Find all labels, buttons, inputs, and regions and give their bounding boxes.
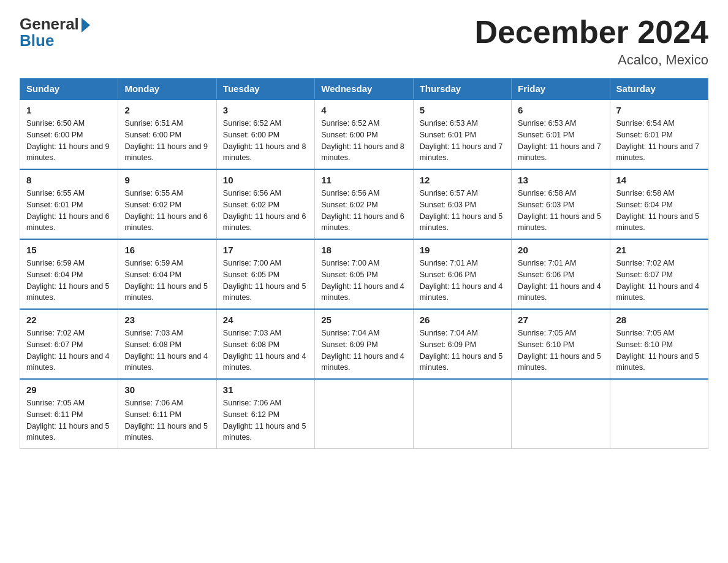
day-info: Sunrise: 6:51 AMSunset: 6:00 PMDaylight:… [124,118,210,164]
calendar-header-friday: Friday [512,79,610,100]
day-number: 24 [223,315,308,325]
day-number: 7 [616,105,702,115]
day-info: Sunrise: 7:02 AMSunset: 6:07 PMDaylight:… [26,327,112,373]
day-info: Sunrise: 6:58 AMSunset: 6:04 PMDaylight:… [616,188,702,234]
calendar-cell: 15Sunrise: 6:59 AMSunset: 6:04 PMDayligh… [20,239,118,309]
calendar-cell: 16Sunrise: 6:59 AMSunset: 6:04 PMDayligh… [118,239,216,309]
title-block: December 2024 Acalco, Mexico [474,15,708,68]
logo-arrow-icon [82,18,90,33]
day-info: Sunrise: 6:55 AMSunset: 6:02 PMDaylight:… [124,188,210,234]
day-number: 14 [616,175,702,185]
day-number: 31 [223,385,308,395]
calendar-header-row: SundayMondayTuesdayWednesdayThursdayFrid… [20,79,708,100]
day-info: Sunrise: 6:53 AMSunset: 6:01 PMDaylight:… [518,118,603,164]
day-number: 18 [321,245,406,255]
day-info: Sunrise: 6:56 AMSunset: 6:02 PMDaylight:… [321,188,406,234]
week-row-3: 15Sunrise: 6:59 AMSunset: 6:04 PMDayligh… [20,239,708,309]
day-info: Sunrise: 7:03 AMSunset: 6:08 PMDaylight:… [124,327,210,373]
calendar-cell: 11Sunrise: 6:56 AMSunset: 6:02 PMDayligh… [315,169,413,239]
calendar-cell: 29Sunrise: 7:05 AMSunset: 6:11 PMDayligh… [20,379,118,449]
calendar-cell: 19Sunrise: 7:01 AMSunset: 6:06 PMDayligh… [413,239,511,309]
calendar-cell: 24Sunrise: 7:03 AMSunset: 6:08 PMDayligh… [216,309,314,379]
calendar-cell [315,379,413,449]
day-info: Sunrise: 6:50 AMSunset: 6:00 PMDaylight:… [26,118,112,164]
day-number: 3 [223,105,308,115]
calendar-cell: 22Sunrise: 7:02 AMSunset: 6:07 PMDayligh… [20,309,118,379]
day-number: 27 [518,315,603,325]
day-number: 29 [26,385,112,395]
day-info: Sunrise: 6:58 AMSunset: 6:03 PMDaylight:… [518,188,603,234]
week-row-4: 22Sunrise: 7:02 AMSunset: 6:07 PMDayligh… [20,309,708,379]
day-info: Sunrise: 6:57 AMSunset: 6:03 PMDaylight:… [420,188,505,234]
calendar-header-monday: Monday [118,79,216,100]
day-info: Sunrise: 7:02 AMSunset: 6:07 PMDaylight:… [616,258,702,304]
calendar-cell: 26Sunrise: 7:04 AMSunset: 6:09 PMDayligh… [413,309,511,379]
day-number: 4 [321,105,406,115]
calendar-cell: 27Sunrise: 7:05 AMSunset: 6:10 PMDayligh… [512,309,610,379]
calendar-cell: 20Sunrise: 7:01 AMSunset: 6:06 PMDayligh… [512,239,610,309]
day-number: 17 [223,245,308,255]
calendar-cell: 13Sunrise: 6:58 AMSunset: 6:03 PMDayligh… [512,169,610,239]
day-number: 6 [518,105,603,115]
calendar-cell: 10Sunrise: 6:56 AMSunset: 6:02 PMDayligh… [216,169,314,239]
day-number: 15 [26,245,112,255]
day-info: Sunrise: 7:05 AMSunset: 6:11 PMDaylight:… [26,397,112,443]
day-info: Sunrise: 7:06 AMSunset: 6:11 PMDaylight:… [124,397,210,443]
calendar-cell: 5Sunrise: 6:53 AMSunset: 6:01 PMDaylight… [413,99,511,169]
calendar-cell: 18Sunrise: 7:00 AMSunset: 6:05 PMDayligh… [315,239,413,309]
day-info: Sunrise: 7:05 AMSunset: 6:10 PMDaylight:… [518,327,603,373]
day-info: Sunrise: 7:00 AMSunset: 6:05 PMDaylight:… [321,258,406,304]
calendar-cell: 12Sunrise: 6:57 AMSunset: 6:03 PMDayligh… [413,169,511,239]
calendar-header-tuesday: Tuesday [216,79,314,100]
calendar-cell: 14Sunrise: 6:58 AMSunset: 6:04 PMDayligh… [610,169,708,239]
day-number: 5 [420,105,505,115]
day-info: Sunrise: 6:55 AMSunset: 6:01 PMDaylight:… [26,188,112,234]
calendar-header-wednesday: Wednesday [315,79,413,100]
day-info: Sunrise: 7:01 AMSunset: 6:06 PMDaylight:… [420,258,505,304]
calendar-cell: 6Sunrise: 6:53 AMSunset: 6:01 PMDaylight… [512,99,610,169]
day-info: Sunrise: 6:54 AMSunset: 6:01 PMDaylight:… [616,118,702,164]
logo-blue-text: Blue [20,31,54,50]
day-info: Sunrise: 7:06 AMSunset: 6:12 PMDaylight:… [223,397,308,443]
calendar-header-sunday: Sunday [20,79,118,100]
day-info: Sunrise: 7:01 AMSunset: 6:06 PMDaylight:… [518,258,603,304]
calendar-cell: 21Sunrise: 7:02 AMSunset: 6:07 PMDayligh… [610,239,708,309]
day-info: Sunrise: 6:59 AMSunset: 6:04 PMDaylight:… [26,258,112,304]
day-number: 28 [616,315,702,325]
day-info: Sunrise: 6:53 AMSunset: 6:01 PMDaylight:… [420,118,505,164]
week-row-1: 1Sunrise: 6:50 AMSunset: 6:00 PMDaylight… [20,99,708,169]
calendar-cell: 9Sunrise: 6:55 AMSunset: 6:02 PMDaylight… [118,169,216,239]
calendar-cell: 7Sunrise: 6:54 AMSunset: 6:01 PMDaylight… [610,99,708,169]
logo: General Blue [20,15,90,50]
day-number: 25 [321,315,406,325]
day-info: Sunrise: 7:04 AMSunset: 6:09 PMDaylight:… [321,327,406,373]
day-number: 19 [420,245,505,255]
main-title: December 2024 [474,15,708,50]
day-number: 11 [321,175,406,185]
calendar-header-thursday: Thursday [413,79,511,100]
day-info: Sunrise: 7:05 AMSunset: 6:10 PMDaylight:… [616,327,702,373]
day-number: 20 [518,245,603,255]
calendar-cell: 17Sunrise: 7:00 AMSunset: 6:05 PMDayligh… [216,239,314,309]
calendar-cell: 25Sunrise: 7:04 AMSunset: 6:09 PMDayligh… [315,309,413,379]
calendar-cell: 28Sunrise: 7:05 AMSunset: 6:10 PMDayligh… [610,309,708,379]
day-info: Sunrise: 7:04 AMSunset: 6:09 PMDaylight:… [420,327,505,373]
week-row-5: 29Sunrise: 7:05 AMSunset: 6:11 PMDayligh… [20,379,708,449]
calendar-cell [610,379,708,449]
calendar-table: SundayMondayTuesdayWednesdayThursdayFrid… [20,78,708,449]
calendar-cell: 4Sunrise: 6:52 AMSunset: 6:00 PMDaylight… [315,99,413,169]
day-number: 22 [26,315,112,325]
calendar-cell: 2Sunrise: 6:51 AMSunset: 6:00 PMDaylight… [118,99,216,169]
subtitle: Acalco, Mexico [474,52,708,68]
day-number: 30 [124,385,210,395]
calendar-header-saturday: Saturday [610,79,708,100]
week-row-2: 8Sunrise: 6:55 AMSunset: 6:01 PMDaylight… [20,169,708,239]
day-number: 13 [518,175,603,185]
calendar-cell [413,379,511,449]
day-info: Sunrise: 7:03 AMSunset: 6:08 PMDaylight:… [223,327,308,373]
day-number: 16 [124,245,210,255]
day-info: Sunrise: 6:56 AMSunset: 6:02 PMDaylight:… [223,188,308,234]
day-number: 12 [420,175,505,185]
day-number: 1 [26,105,112,115]
calendar-cell: 1Sunrise: 6:50 AMSunset: 6:00 PMDaylight… [20,99,118,169]
